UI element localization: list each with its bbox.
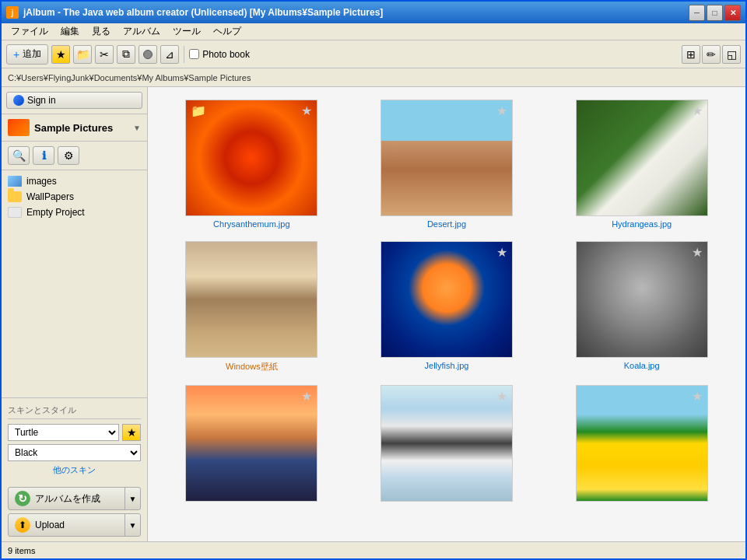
menu-view[interactable]: 見る — [86, 23, 117, 40]
create-album-arrow[interactable]: ▼ — [124, 488, 140, 509]
photo-thumb-tulips[interactable]: ★ — [576, 385, 708, 502]
photo-item-lighthouse[interactable]: ★ — [160, 385, 343, 505]
skin-star-button[interactable]: ★ — [122, 424, 141, 441]
tree-item-images-label: images — [26, 176, 57, 187]
menu-album[interactable]: アルバム — [117, 23, 167, 40]
menu-bar: ファイル 編集 見る アルバム ツール ヘルプ — [2, 23, 745, 40]
gear-icon: ⚙ — [64, 149, 74, 162]
menu-edit[interactable]: 編集 — [54, 23, 86, 40]
copy-button[interactable]: ⧉ — [117, 45, 135, 64]
menu-help[interactable]: ヘルプ — [207, 23, 247, 40]
add-icon: + — [13, 48, 19, 61]
photo-thumb-jellyfish[interactable]: ★ — [381, 241, 513, 358]
chrysanthemum-label: Chrysanthemum.jpg — [213, 219, 289, 229]
windows-image — [186, 242, 317, 357]
upload-label: Upload — [35, 520, 65, 530]
windows-label: Windows壁紙 — [226, 361, 278, 373]
photo-thumb-penguins[interactable]: ★ — [381, 385, 513, 502]
filter-button[interactable]: ⊿ — [160, 45, 179, 64]
photo-thumb-desert[interactable]: ★ — [381, 100, 513, 216]
photo-item-hydrangea[interactable]: ★ Hydrangeas.jpg — [550, 100, 733, 229]
photo-book-checkbox-label[interactable]: Photo book — [189, 49, 250, 60]
images-icon — [8, 176, 22, 187]
photo-item-desert[interactable]: ★ Desert.jpg — [356, 100, 538, 229]
jellyfish-star[interactable]: ★ — [496, 245, 507, 260]
star-icon: ★ — [127, 426, 137, 439]
hydrangea-image — [577, 100, 707, 215]
tree-item-empty-project[interactable]: Empty Project — [2, 205, 147, 220]
photo-grid-container[interactable]: 📁 ★ Chrysanthemum.jpg ★ Desert.jpg — [148, 87, 745, 541]
photo-thumb-chrysanthemum[interactable]: 📁 ★ — [185, 100, 317, 216]
add-button[interactable]: + 追加 — [6, 44, 48, 65]
expand-button[interactable]: ◱ — [722, 45, 741, 64]
menu-tools[interactable]: ツール — [167, 23, 207, 40]
album-arrow-icon: ▼ — [133, 124, 141, 132]
desert-star[interactable]: ★ — [496, 103, 507, 118]
style-select[interactable]: Black — [8, 444, 141, 461]
photo-item-koala[interactable]: ★ Koala.jpg — [550, 241, 733, 373]
tree-item-wallpapers[interactable]: WallPapers — [2, 189, 147, 205]
cut-icon: ✂ — [100, 48, 109, 61]
album-header[interactable]: Sample Pictures ▼ — [2, 114, 147, 142]
photo-thumb-lighthouse[interactable]: ★ — [185, 385, 317, 502]
upload-arrow[interactable]: ▼ — [124, 514, 140, 536]
settings-button[interactable]: ⚙ — [58, 146, 79, 165]
koala-star[interactable]: ★ — [692, 245, 703, 260]
photo-item-tulips[interactable]: ★ — [550, 385, 733, 505]
app-icon: j — [6, 6, 19, 19]
menu-file[interactable]: ファイル — [5, 23, 54, 40]
orange-add-icon: ★ — [56, 48, 66, 61]
photo-item-penguins[interactable]: ★ — [356, 385, 538, 505]
tree-item-wallpapers-label: WallPapers — [26, 191, 74, 202]
lighthouse-star[interactable]: ★ — [301, 389, 312, 404]
action-buttons: ↻ アルバムを作成 ▼ ⬆ Upload ▼ — [2, 482, 147, 541]
sidebar-tree: images WallPapers Empty Project — [2, 170, 147, 397]
main-window: j jAlbum - The Java web album creator (U… — [0, 0, 747, 560]
photo-thumb-windows[interactable] — [185, 241, 317, 358]
photo-item-jellyfish[interactable]: ★ Jellyfish.jpg — [356, 241, 538, 373]
minimize-button[interactable]: ─ — [689, 5, 705, 21]
tree-item-images[interactable]: images — [2, 173, 147, 189]
photo-book-checkbox[interactable] — [189, 49, 199, 59]
status-bar: 9 items — [2, 541, 745, 558]
window-title: jAlbum - The Java web album creator (Unl… — [23, 7, 689, 18]
close-button[interactable]: ✕ — [724, 5, 741, 21]
info-button[interactable]: ℹ — [33, 146, 54, 165]
maximize-button[interactable]: □ — [707, 5, 723, 21]
chrysanthemum-star[interactable]: ★ — [301, 103, 312, 118]
skin-select[interactable]: Turtle — [8, 424, 119, 441]
filter-icon: ⊿ — [165, 48, 174, 61]
photo-thumb-hydrangea[interactable]: ★ — [576, 100, 708, 216]
other-skins-link[interactable]: 他のスキン — [8, 464, 141, 476]
hydrangea-star[interactable]: ★ — [692, 103, 703, 118]
title-bar: j jAlbum - The Java web album creator (U… — [2, 2, 745, 23]
upload-button[interactable]: ⬆ Upload ▼ — [8, 513, 141, 537]
sidebar: Sign in Sample Pictures ▼ 🔍 ℹ ⚙ — [2, 87, 148, 541]
create-album-button[interactable]: ↻ アルバムを作成 ▼ — [8, 487, 141, 510]
sign-in-button[interactable]: Sign in — [6, 92, 142, 109]
create-album-label: アルバムを作成 — [35, 492, 100, 506]
upload-main: ⬆ Upload — [9, 517, 124, 533]
skin-section: スキンとスタイル Turtle ★ Black 他のスキン — [2, 397, 147, 482]
skin-section-title: スキンとスタイル — [8, 404, 141, 419]
jellyfish-image — [381, 242, 512, 357]
style-row: Black — [8, 444, 141, 461]
photo-thumb-koala[interactable]: ★ — [576, 241, 708, 358]
tulips-star[interactable]: ★ — [692, 389, 703, 404]
photo-item-windows[interactable]: Windows壁紙 — [160, 241, 343, 373]
grid-view-button[interactable]: ⊞ — [682, 45, 700, 64]
folder-button[interactable]: 📁 — [73, 45, 92, 64]
koala-label: Koala.jpg — [624, 361, 660, 370]
penguins-star[interactable]: ★ — [496, 389, 507, 404]
circle-button[interactable] — [139, 45, 157, 64]
hydrangea-label: Hydrangeas.jpg — [612, 219, 672, 229]
expand-icon: ◱ — [727, 48, 737, 61]
upload-icon: ⬆ — [15, 517, 30, 533]
photo-item-chrysanthemum[interactable]: 📁 ★ Chrysanthemum.jpg — [160, 100, 343, 229]
sign-in-icon — [13, 95, 24, 106]
search-button[interactable]: 🔍 — [8, 146, 30, 165]
desert-image — [381, 100, 512, 215]
cut-button[interactable]: ✂ — [95, 45, 114, 64]
orange-add-button[interactable]: ★ — [51, 45, 70, 64]
edit-button[interactable]: ✏ — [702, 45, 721, 64]
